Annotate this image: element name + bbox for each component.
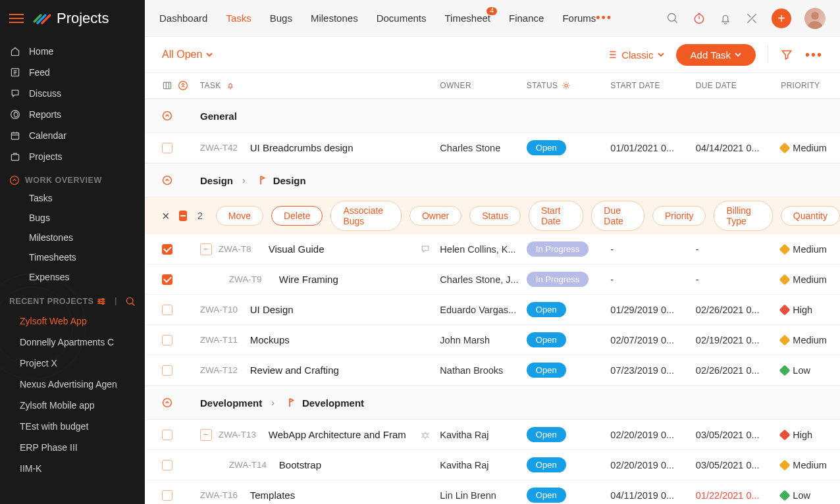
sidebar-item-projects[interactable]: Projects: [0, 146, 145, 167]
task-id: ZWA-T16: [200, 490, 242, 500]
task-row[interactable]: ZWA-T12Review and CraftingNathan BrooksO…: [145, 355, 840, 386]
columns-icon[interactable]: [162, 80, 172, 91]
sidebar-item-label: Home: [29, 46, 53, 57]
tab-dashboard[interactable]: Dashboard: [159, 13, 207, 24]
bulk-owner-button[interactable]: Owner: [409, 206, 461, 226]
column-owner-label: OWNER: [440, 81, 526, 90]
recent-project-item[interactable]: TEst with budget: [0, 416, 145, 437]
due-date: 02/26/2021 0...: [696, 365, 781, 376]
task-row[interactable]: ZWA-T42UI Breadcrumbs designCharles Ston…: [145, 133, 840, 163]
separator: [768, 46, 768, 63]
app-brand: Projects: [33, 9, 109, 28]
add-task-button[interactable]: Add Task: [676, 44, 756, 66]
view-mode-dropdown[interactable]: Classic: [606, 49, 664, 61]
sidebar-item-discuss[interactable]: Discuss: [0, 83, 145, 104]
work-overview-section[interactable]: WORK OVERVIEW: [0, 167, 145, 188]
column-priority-label: PRIORITY: [781, 81, 840, 90]
subtask-toggle-icon[interactable]: −: [200, 429, 212, 441]
row-checkbox[interactable]: [162, 490, 172, 501]
tab-tasks[interactable]: Tasks: [226, 13, 251, 24]
sidebar-item-bugs[interactable]: Bugs: [0, 208, 145, 228]
row-checkbox[interactable]: [162, 335, 172, 345]
task-owner: John Marsh: [440, 335, 526, 345]
bulk-priority-button[interactable]: Priority: [652, 206, 706, 226]
status-badge: Open: [527, 302, 566, 317]
task-group-header[interactable]: Development›Development: [145, 386, 840, 420]
chevron-right-icon: ›: [271, 397, 275, 408]
sidebar: Projects HomeFeedDiscussReportsCalendarP…: [0, 0, 145, 504]
table-header-row: TASK OWNER STATUS START DATE DUE DATE PR…: [145, 72, 840, 99]
svg-point-17: [163, 112, 172, 120]
bulk-quantity-button[interactable]: Quantity: [781, 206, 840, 226]
row-checkbox[interactable]: [162, 244, 172, 255]
tab-milestones[interactable]: Milestones: [311, 13, 358, 24]
gear-icon[interactable]: [562, 81, 571, 90]
more-actions-button[interactable]: •••: [805, 47, 823, 63]
task-group-header[interactable]: Design›Design: [145, 163, 840, 197]
sidebar-item-milestones[interactable]: Milestones: [0, 228, 145, 247]
topnav-more-button[interactable]: •••: [596, 11, 612, 25]
chevron-down-icon: [735, 51, 741, 58]
task-group-header[interactable]: General: [145, 99, 840, 133]
row-checkbox[interactable]: [162, 305, 172, 315]
deselect-all-button[interactable]: [179, 211, 187, 221]
alert-icon: [226, 81, 235, 90]
task-row[interactable]: −ZWA-T8Visual GuideHelen Collins, K...In…: [145, 234, 840, 265]
bulk-due-date-button[interactable]: Due Date: [591, 201, 644, 231]
row-checkbox[interactable]: [162, 430, 172, 440]
task-row[interactable]: ZWA-T11MockupsJohn MarshOpen02/07/2019 0…: [145, 325, 840, 355]
due-date: -: [696, 274, 781, 285]
column-task-label: TASK: [200, 81, 221, 90]
priority-icon: [779, 142, 791, 153]
status-badge: Open: [527, 332, 566, 347]
row-checkbox[interactable]: [162, 365, 172, 376]
timer-button[interactable]: [693, 12, 706, 25]
tab-forums[interactable]: Forums: [562, 13, 596, 24]
bulk-move-button[interactable]: Move: [216, 206, 263, 226]
task-row[interactable]: ZWA-T16TemplatesLin Lin BrennOpen04/11/2…: [145, 480, 840, 504]
task-row[interactable]: −ZWA-T13WebApp Architecture and FramKavi…: [145, 420, 840, 450]
sidebar-item-calendar[interactable]: Calendar: [0, 125, 145, 146]
bulk-status-button[interactable]: Status: [469, 206, 521, 226]
sidebar-item-home[interactable]: Home: [0, 41, 145, 62]
close-bulk-button[interactable]: ×: [162, 209, 171, 224]
sidebar-item-label: Discuss: [29, 88, 61, 99]
row-checkbox[interactable]: [162, 460, 172, 470]
recent-project-item[interactable]: IIM-K: [0, 458, 145, 479]
priority-icon: [779, 429, 791, 440]
sidebar-item-tasks[interactable]: Tasks: [0, 188, 145, 208]
filter-button[interactable]: [780, 48, 793, 61]
filter-dropdown[interactable]: All Open: [162, 49, 213, 61]
task-row[interactable]: ZWA-T9Wire FramingCharles Stone, J...In …: [145, 265, 840, 295]
bulk-billing-type-button[interactable]: Billing Type: [714, 201, 772, 231]
status-badge: In Progress: [527, 241, 589, 257]
bulk-delete-button[interactable]: Delete: [271, 206, 323, 226]
row-checkbox[interactable]: [162, 274, 172, 285]
search-button[interactable]: [666, 12, 679, 25]
sidebar-item-reports[interactable]: Reports: [0, 104, 145, 125]
menu-toggle-button[interactable]: [9, 13, 24, 24]
task-row[interactable]: ZWA-T10UI DesignEduardo Vargas...Open01/…: [145, 295, 840, 325]
tools-button[interactable]: [745, 12, 758, 25]
subtask-toggle-icon[interactable]: −: [200, 243, 212, 255]
user-avatar[interactable]: [804, 8, 826, 29]
notifications-button[interactable]: [719, 12, 732, 25]
bulk-associate-bugs-button[interactable]: Associate Bugs: [330, 201, 402, 231]
task-owner: Kavitha Raj: [440, 460, 526, 470]
status-badge: Open: [527, 457, 566, 472]
sidebar-item-feed[interactable]: Feed: [0, 62, 145, 83]
task-owner: Eduardo Vargas...: [440, 305, 526, 315]
sidebar-item-label: Feed: [29, 67, 50, 78]
row-checkbox[interactable]: [162, 143, 172, 153]
tab-timesheet[interactable]: Timesheet4: [445, 13, 490, 24]
filter-dropdown-label: All Open: [162, 49, 202, 61]
tab-documents[interactable]: Documents: [377, 13, 427, 24]
task-row[interactable]: ZWA-T14BootstrapKavitha RajOpen02/20/201…: [145, 450, 840, 480]
bug-icon: [420, 430, 431, 440]
tab-bugs[interactable]: Bugs: [270, 13, 292, 24]
global-add-button[interactable]: +: [772, 9, 791, 28]
bulk-start-date-button[interactable]: Start Date: [529, 201, 583, 231]
tab-finance[interactable]: Finance: [509, 13, 544, 24]
expand-all-icon[interactable]: [178, 80, 188, 91]
recent-project-item[interactable]: ERP Phase III: [0, 437, 145, 458]
